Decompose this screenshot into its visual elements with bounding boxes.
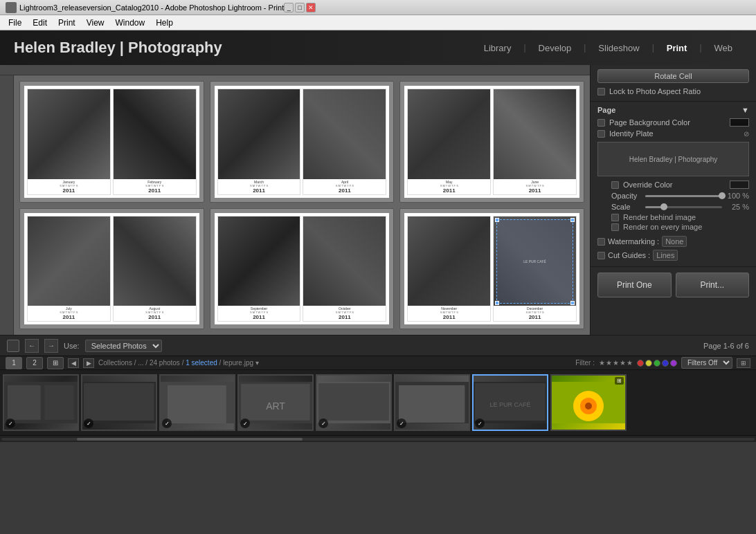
page-preview-4[interactable]: July S M T W T F S 2011 August S M T W T… [19, 208, 204, 330]
thumb-svg-6 [395, 382, 469, 423]
thumb-svg-5 [317, 382, 390, 423]
next-page-button[interactable]: → [44, 339, 58, 353]
film-thumb-6[interactable]: ✓ [394, 374, 470, 431]
film-thumb-4[interactable]: ART ✓ [237, 374, 314, 431]
tab-2-button[interactable]: 2 [26, 357, 43, 369]
horizontal-scrollbar[interactable] [0, 435, 756, 442]
nav-tab-print[interactable]: Print [657, 40, 697, 56]
nav-tab-library[interactable]: Library [474, 40, 521, 56]
menu-help[interactable]: Help [150, 17, 179, 29]
lock-aspect-checkbox[interactable] [597, 88, 605, 95]
rotate-cell-button[interactable]: Rotate Cell [597, 69, 749, 83]
film-thumb-2[interactable]: ✓ [81, 374, 157, 431]
titlebar: Lightroom3_releaseversion_Catalog2010 - … [0, 0, 756, 15]
opacity-slider-track[interactable] [645, 195, 722, 197]
render-behind-checkbox[interactable] [611, 214, 619, 221]
minimize-button[interactable]: _ [284, 3, 294, 12]
identity-plate-checkbox[interactable] [597, 130, 605, 138]
identity-plate-preview[interactable]: Helen Bradley | Photography [597, 142, 749, 176]
maximize-button[interactable]: □ [295, 3, 305, 12]
watermarking-label: Watermarking : [608, 237, 659, 246]
use-select[interactable]: Selected Photos All Photos Flagged Photo… [85, 340, 162, 352]
color-dot-purple[interactable] [670, 360, 677, 367]
current-file: lepure.jpg [223, 359, 253, 367]
page-bg-checkbox[interactable] [597, 119, 605, 127]
thumb-overlay-2: ✓ [84, 418, 93, 428]
color-dot-red[interactable] [637, 360, 644, 367]
override-color-row: Override Color [611, 179, 749, 190]
star-3[interactable]: ★ [613, 359, 619, 367]
cut-guides-dropdown[interactable]: Lines [653, 250, 678, 261]
calendar-cell-jul: July S M T W T F S 2011 [27, 216, 111, 322]
page-bg-swatch[interactable] [730, 118, 749, 127]
tab-1-button[interactable]: 1 [6, 357, 22, 369]
prev-page-button[interactable]: ← [25, 339, 39, 353]
svg-rect-7 [168, 385, 226, 423]
star-5[interactable]: ★ [627, 359, 633, 367]
star-2[interactable]: ★ [606, 359, 612, 367]
page-checkbox[interactable] [7, 340, 19, 352]
color-dot-blue[interactable] [662, 360, 669, 367]
page-preview-2[interactable]: March S M T W T F S 2011 April S M T W T… [210, 81, 395, 203]
main-content: January S M T W T F S 2011 February [0, 65, 756, 335]
film-thumb-7[interactable]: LE PUR CAFÉ ✓ [472, 374, 548, 431]
grid-view-button[interactable]: ⊞ [47, 357, 64, 369]
svg-rect-14 [399, 385, 465, 423]
menu-print[interactable]: Print [53, 17, 81, 29]
print-button[interactable]: Print... [676, 273, 750, 297]
identity-plate-overlay[interactable]: LE PUR CAFÉ [496, 219, 573, 304]
film-thumb-8[interactable]: ⊞ ⊞ [550, 374, 627, 431]
next-film-button[interactable]: ▶ [83, 358, 94, 368]
film-thumb-3[interactable]: ✓ [159, 374, 235, 431]
menu-window[interactable]: Window [110, 17, 151, 29]
page-preview-3[interactable]: May S M T W T F S 2011 June S M T W T F … [399, 81, 584, 203]
scale-slider-track[interactable] [645, 206, 722, 208]
menu-edit[interactable]: Edit [27, 17, 53, 29]
star-filter[interactable]: ★ ★ ★ ★ ★ [599, 359, 633, 367]
scale-slider-thumb[interactable] [660, 203, 667, 210]
cal-month-may: May S M T W T F S 2011 [408, 179, 490, 194]
watermarking-dropdown[interactable]: None [662, 236, 687, 247]
page-preview-6[interactable]: November S M T W T F S 2011 LE PUR CAFÉ [399, 208, 584, 330]
filmstrip[interactable]: ✓ ✓ ✓ ART [0, 369, 756, 435]
scale-label: Scale [611, 203, 642, 211]
expand-filmstrip-button[interactable]: ⊞ [737, 358, 750, 368]
star-4[interactable]: ★ [620, 359, 626, 367]
override-color-swatch[interactable] [730, 181, 749, 189]
window-controls[interactable]: _ □ ✕ [284, 3, 316, 12]
override-color-checkbox[interactable] [611, 181, 619, 189]
page-inner-4: July S M T W T F S 2011 August S M T W T… [24, 213, 199, 325]
color-filter[interactable] [637, 360, 677, 367]
identity-plate-edit-btn[interactable]: ⊘ [744, 130, 749, 138]
calendar-cell-feb: February S M T W T F S 2011 [113, 89, 197, 195]
print-one-button[interactable]: Print One [597, 273, 672, 297]
star-1[interactable]: ★ [599, 359, 605, 367]
nav-tab-web[interactable]: Web [705, 40, 743, 56]
close-button[interactable]: ✕ [306, 3, 316, 12]
render-every-checkbox[interactable] [611, 223, 619, 231]
header: Helen Bradley | Photography Library | De… [0, 30, 756, 65]
page-preview-5[interactable]: September S M T W T F S 2011 October S M… [210, 208, 395, 330]
scrollbar-thumb[interactable] [77, 438, 303, 441]
filters-off-select[interactable]: Filters Off [681, 357, 732, 369]
film-thumb-1[interactable]: ✓ [3, 374, 79, 431]
canvas-scroll[interactable]: January S M T W T F S 2011 February [0, 75, 590, 335]
prev-film-button[interactable]: ◀ [68, 358, 79, 368]
menu-file[interactable]: File [3, 17, 27, 29]
thumb-svg-4: ART [239, 382, 312, 423]
page-preview-1[interactable]: January S M T W T F S 2011 February [19, 81, 204, 203]
color-dot-green[interactable] [654, 360, 660, 367]
film-thumb-5[interactable]: ✓ [316, 374, 392, 431]
opacity-slider-thumb[interactable] [719, 192, 726, 199]
color-dot-yellow[interactable] [645, 360, 652, 367]
canvas-inner[interactable]: January S M T W T F S 2011 February [14, 75, 590, 335]
page-inner-3: May S M T W T F S 2011 June S M T W T F … [404, 86, 579, 198]
menu-view[interactable]: View [81, 17, 110, 29]
watermarking-checkbox[interactable] [597, 238, 605, 246]
ruler-horizontal [0, 65, 590, 75]
nav-tab-slideshow[interactable]: Slideshow [588, 40, 649, 56]
nav-tab-develop[interactable]: Develop [529, 40, 582, 56]
cut-guides-checkbox[interactable] [597, 252, 605, 259]
page-bg-label: Page Background Color [609, 118, 726, 127]
filmstrip-controls-bar: 1 2 ⊞ ◀ ▶ Collections / ... / 24 photos … [0, 356, 756, 369]
